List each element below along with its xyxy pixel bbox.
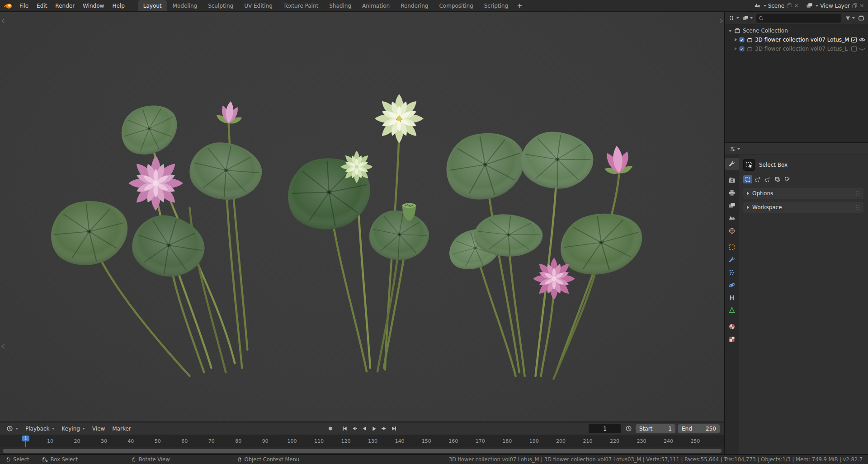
properties-tab-scene[interactable] <box>725 212 739 225</box>
outliner-display-mode-button[interactable] <box>741 15 754 21</box>
record-button[interactable] <box>326 424 335 433</box>
jump-to-start-button[interactable] <box>340 424 349 433</box>
properties-tab-physics[interactable] <box>725 279 739 291</box>
current-frame-field[interactable]: 1 <box>589 424 621 433</box>
view-layer-selector[interactable]: View Layer <box>806 2 864 9</box>
disclosure-triangle-icon[interactable] <box>735 38 737 42</box>
white-lotus-flower[interactable] <box>375 94 424 143</box>
workspace-tab[interactable]: Texture Paint <box>278 0 324 11</box>
workspace-tab[interactable]: Shading <box>324 0 357 11</box>
scene-selector[interactable]: Scene <box>754 2 799 9</box>
collection-checkbox-checked[interactable] <box>739 46 745 52</box>
add-view-layer-button[interactable] <box>852 3 858 9</box>
select-mode-extend[interactable] <box>753 175 762 183</box>
disclosure-triangle-icon[interactable] <box>728 30 732 32</box>
keying-menu[interactable]: Keying <box>58 426 89 432</box>
workspace-tab[interactable]: Modeling <box>167 0 203 11</box>
disclosure-triangle-icon[interactable] <box>735 47 737 51</box>
playback-menu[interactable]: Playback <box>22 426 58 432</box>
remove-view-layer-button[interactable] <box>859 3 864 8</box>
next-keyframe-button[interactable] <box>380 424 389 433</box>
properties-tab-output[interactable] <box>725 187 739 199</box>
start-frame-field[interactable]: Start1 <box>636 424 675 433</box>
new-collection-button[interactable] <box>857 15 865 21</box>
timeline-ruler[interactable]: 1020304050607080901001101201301401501601… <box>0 435 724 447</box>
outliner-row-lotus-m[interactable]: 3D flower collection vol07 Lotus_M <box>725 35 868 44</box>
select-mode-set[interactable] <box>743 175 752 183</box>
properties-tab-tool[interactable] <box>725 158 739 170</box>
properties-tab-object[interactable] <box>725 241 739 253</box>
pink-lotus-bud-right[interactable] <box>602 145 634 177</box>
outliner-tree: Scene Collection 3D flower collection vo… <box>725 24 868 142</box>
previous-keyframe-button[interactable] <box>350 424 359 433</box>
eye-closed-icon[interactable] <box>859 46 865 52</box>
collection-label: 3D flower collection vol07 Lotus_L <box>755 46 848 52</box>
panel-grip-icon[interactable] <box>855 204 860 211</box>
collection-icon <box>747 46 753 52</box>
play-reverse-button[interactable] <box>360 424 369 433</box>
view-menu[interactable]: View <box>89 426 108 432</box>
select-mode-intersect[interactable] <box>783 175 792 183</box>
properties-tab-view-layer[interactable] <box>725 199 739 212</box>
region-corner-arrow[interactable] <box>1 17 5 25</box>
select-mode-subtract[interactable] <box>763 175 772 183</box>
workspace-tab[interactable]: Rendering <box>395 0 434 11</box>
unlink-scene-button[interactable] <box>794 3 799 8</box>
timeline-horizontal-scrollbar[interactable] <box>3 449 722 453</box>
outliner-row-lotus-l[interactable]: 3D flower collection vol07 Lotus_L <box>725 44 868 53</box>
select-mode-invert[interactable] <box>773 175 782 183</box>
exclude-viewlayer-checkbox[interactable] <box>851 46 857 52</box>
play-button[interactable] <box>370 424 379 433</box>
workspace-tab[interactable]: Layout <box>138 0 167 11</box>
eye-icon[interactable] <box>859 37 865 42</box>
timeline-editor-type-button[interactable] <box>3 425 22 432</box>
lotus-scene[interactable] <box>0 12 724 422</box>
menubar-item[interactable]: Edit <box>33 0 51 11</box>
workspace-tab[interactable]: Animation <box>357 0 395 11</box>
pink-lotus-bud[interactable] <box>214 100 245 127</box>
playhead[interactable]: 1 <box>22 436 29 441</box>
collection-checkbox-checked[interactable] <box>739 37 745 42</box>
blender-logo-icon[interactable] <box>4 2 12 9</box>
menubar-item[interactable]: Window <box>79 0 108 11</box>
properties-editor-type-button[interactable] <box>729 146 741 152</box>
properties-tab-constraints[interactable] <box>725 291 739 304</box>
new-scene-button[interactable] <box>786 3 792 9</box>
outliner-search[interactable] <box>756 14 841 23</box>
pink-lotus-flower[interactable] <box>128 156 183 211</box>
jump-to-end-button[interactable] <box>390 424 399 433</box>
outliner-editor-type-button[interactable] <box>728 15 740 21</box>
region-corner-arrow[interactable] <box>719 17 723 25</box>
box-select-tool-button[interactable] <box>743 159 755 171</box>
workspace-tab[interactable]: Scripting <box>479 0 514 11</box>
properties-tab-world[interactable] <box>725 225 739 237</box>
workspace-tab[interactable]: Sculpting <box>203 0 239 11</box>
properties-tab-object-data[interactable] <box>725 304 739 317</box>
properties-tab-modifiers[interactable] <box>725 253 739 266</box>
outliner-row-scene-collection[interactable]: Scene Collection <box>725 26 868 35</box>
properties-tab-particles[interactable] <box>725 266 739 279</box>
pink-lotus-flower-right[interactable] <box>533 258 575 300</box>
green-white-lotus-flower[interactable] <box>340 150 373 183</box>
panel-grip-icon[interactable] <box>855 190 860 197</box>
workspace-panel-header[interactable]: Workspace <box>743 202 863 213</box>
properties-tab-render[interactable] <box>725 174 739 187</box>
auto-keying-toggle[interactable] <box>624 424 633 433</box>
end-frame-field[interactable]: End250 <box>678 424 720 433</box>
region-corner-arrow[interactable] <box>1 342 5 351</box>
search-input[interactable] <box>765 15 839 21</box>
workspace-tab[interactable]: Compositing <box>434 0 478 11</box>
properties-tab-material[interactable] <box>725 320 739 333</box>
3d-viewport[interactable] <box>0 12 724 422</box>
add-workspace-button[interactable] <box>514 3 525 8</box>
exclude-viewlayer-checkbox[interactable] <box>851 37 857 42</box>
options-panel-header[interactable]: Options <box>743 188 863 199</box>
outliner-filter-button[interactable] <box>844 15 856 21</box>
marker-menu[interactable]: Marker <box>108 426 134 432</box>
workspace-tab[interactable]: UV Editing <box>239 0 278 11</box>
menubar-item[interactable]: Render <box>51 0 79 11</box>
properties-tab-texture[interactable] <box>725 333 739 346</box>
status-bar: Select Box Select Rotate View Object Con… <box>0 454 868 464</box>
menubar-item[interactable]: File <box>15 0 33 11</box>
menubar-item[interactable]: Help <box>108 0 128 11</box>
